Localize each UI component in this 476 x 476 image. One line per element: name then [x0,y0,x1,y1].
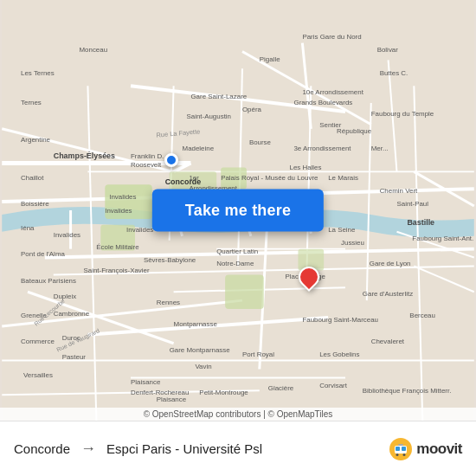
svg-text:Le Marais: Le Marais [328,174,358,182]
svg-text:Glacière: Glacière [268,384,294,392]
svg-text:Invalides: Invalides [105,207,132,215]
svg-text:Champs-Élysées: Champs-Élysées [54,151,115,160]
origin-label: Concorde [14,441,70,456]
svg-text:Chaillot: Chaillot [21,174,44,182]
svg-text:Boissière: Boissière [21,200,49,208]
svg-text:Quartier Latin: Quartier Latin [216,248,258,255]
svg-text:Berceau: Berceau [409,312,435,319]
svg-text:Notre-Dame: Notre-Dame [216,260,254,267]
app: Les Ternes Monceau Ternes Argentine Cham… [0,0,476,476]
svg-text:Plaisance: Plaisance [157,396,187,403]
svg-text:Pigalle: Pigalle [260,55,280,63]
svg-text:Sèvres-Babylone: Sèvres-Babylone [144,256,196,264]
arrow-icon: → [80,440,96,458]
svg-text:Palais Royal - Musée du Louvre: Palais Royal - Musée du Louvre [221,174,318,182]
svg-text:Les Gobelins: Les Gobelins [319,351,359,358]
take-me-there-button[interactable]: Take me there [152,190,324,232]
svg-text:Argentine: Argentine [21,136,51,144]
svg-text:Jussieu: Jussieu [341,239,364,247]
svg-text:Faubourg Saint-Ant.: Faubourg Saint-Ant. [412,235,473,242]
svg-text:Pont de l'Alma: Pont de l'Alma [21,250,65,258]
svg-rect-126 [398,444,403,446]
svg-text:La Seine: La Seine [328,226,356,234]
svg-text:Iéna: Iéna [21,224,35,232]
svg-text:Rennes: Rennes [157,299,180,306]
moovit-text: moovit [416,441,462,458]
svg-text:Franklin D.: Franklin D. [131,152,164,160]
svg-text:Roosevelt: Roosevelt [131,161,162,169]
svg-text:Gare Montparnasse: Gare Montparnasse [170,346,231,354]
svg-text:Buttes C.: Buttes C. [380,69,408,77]
svg-text:Pasteur: Pasteur [62,353,87,361]
origin-marker [164,153,178,167]
svg-point-124 [396,453,399,456]
svg-text:Commerce: Commerce [21,338,55,345]
svg-text:École Militaire: École Militaire [96,243,139,251]
svg-text:Dupleix: Dupleix [54,293,76,300]
map-container: Les Ternes Monceau Ternes Argentine Cham… [0,0,476,421]
svg-text:Les Halles: Les Halles [290,164,322,171]
svg-text:Corvisart: Corvisart [319,382,347,389]
svg-text:Cambronne: Cambronne [54,310,90,318]
moovit-icon [389,437,413,461]
svg-text:Bibliothèque François Mitterr.: Bibliothèque François Mitterr. [363,387,452,395]
svg-text:Montparnasse: Montparnasse [174,320,218,328]
svg-text:Bourse: Bourse [249,138,272,146]
moovit-logo: moovit [389,437,462,461]
svg-text:Faubourg du Temple: Faubourg du Temple [371,110,434,118]
svg-text:Denfert-Rochereau: Denfert-Rochereau [131,389,189,396]
svg-text:3e Arrondissement: 3e Arrondissement [293,145,351,152]
destination-label: Espci Paris - Université Psl [106,441,382,456]
svg-text:République: République [337,127,372,135]
svg-text:Les Ternes: Les Ternes [21,69,55,77]
svg-text:Gare de Lyon: Gare de Lyon [370,260,411,267]
svg-text:Plaisance: Plaisance [131,378,161,386]
svg-text:Petit-Montrouge: Petit-Montrouge [199,389,248,396]
svg-text:Bateaux Parisiens: Bateaux Parisiens [21,277,76,285]
svg-rect-38 [225,274,264,309]
svg-text:Saint-Paul: Saint-Paul [396,200,428,208]
svg-point-125 [403,453,406,456]
svg-text:Gare d'Austerlitz: Gare d'Austerlitz [363,290,413,298]
svg-text:Madeleine: Madeleine [183,145,215,152]
svg-text:Mer...: Mer... [371,145,389,152]
svg-text:Sentier: Sentier [319,121,341,129]
svg-text:Grands Boulevards: Grands Boulevards [293,99,352,106]
svg-text:10e Arrondissement: 10e Arrondissement [302,88,363,96]
svg-text:Invalides: Invalides [109,193,136,201]
svg-text:Port Royal: Port Royal [242,351,274,358]
svg-rect-123 [402,447,406,451]
svg-text:Gare Saint-Lazare: Gare Saint-Lazare [190,93,247,100]
svg-text:Ternes: Ternes [21,99,42,106]
svg-text:Chemin Vert: Chemin Vert [380,187,418,195]
svg-text:Bastille: Bastille [407,218,434,227]
svg-text:Invalides: Invalides [54,231,80,239]
svg-text:Chevaleret: Chevaleret [371,338,405,345]
svg-text:Paris Gare du Nord: Paris Gare du Nord [302,33,361,41]
svg-text:Invalides: Invalides [126,226,153,234]
svg-text:Opéra: Opéra [242,106,262,113]
svg-text:Bolivar: Bolivar [377,46,399,54]
svg-text:Saint-François-Xavier: Saint-François-Xavier [83,267,150,274]
svg-text:Vavin: Vavin [195,363,211,370]
map-attribution: © OpenStreetMap contributors | © OpenMap… [0,408,476,421]
bottom-bar: Concorde → Espci Paris - Université Psl … [0,421,476,476]
svg-text:1er: 1er [189,174,199,182]
svg-text:Versailles: Versailles [23,371,53,379]
svg-text:Saint-Augustin: Saint-Augustin [186,113,231,120]
svg-text:Monceau: Monceau [80,46,108,54]
svg-text:Faubourg Saint-Marceau: Faubourg Saint-Marceau [302,316,378,324]
svg-rect-122 [396,447,400,451]
